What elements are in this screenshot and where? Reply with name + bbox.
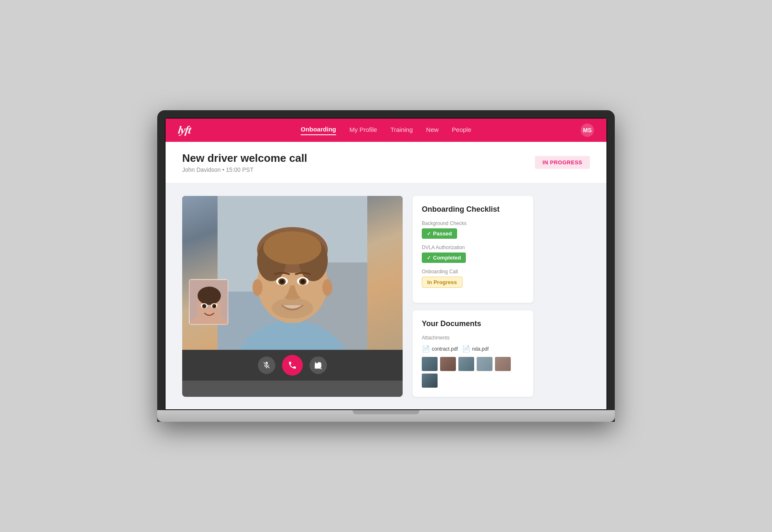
thumbnail-5[interactable] <box>495 357 511 371</box>
nda-filename: nda.pdf <box>472 346 489 352</box>
svg-point-17 <box>272 298 313 319</box>
svg-point-27 <box>212 304 216 308</box>
check-icon-completed: ✓ <box>427 255 431 261</box>
svg-point-10 <box>263 231 322 265</box>
svg-point-19 <box>322 279 332 296</box>
file-icon-contract: 📄 <box>422 345 430 353</box>
page-title: New driver welcome call <box>182 152 307 165</box>
checklist-badge-passed: ✓ Passed <box>422 228 457 239</box>
phone-icon <box>288 361 297 370</box>
docs-files: 📄 contract.pdf 📄 nda.pdf <box>422 345 524 353</box>
checklist-label-background: Background Checks <box>422 220 524 226</box>
navbar: lyft Onboarding My Profile Training New … <box>166 119 606 142</box>
documents-card: Your Documents Attachments 📄 contract.pd… <box>413 310 533 397</box>
video-main <box>182 196 403 350</box>
thumbnail-4[interactable] <box>477 357 492 371</box>
lyft-logo: lyft <box>178 124 191 136</box>
mute-button[interactable] <box>258 356 275 374</box>
video-container <box>182 196 403 397</box>
checklist-item-call: Onboarding Call In Progress <box>422 269 524 288</box>
svg-point-16 <box>301 280 305 284</box>
video-person-svg <box>218 196 367 350</box>
thumbnail-1[interactable] <box>422 357 438 371</box>
documents-title: Your Documents <box>422 319 524 328</box>
svg-point-18 <box>252 279 262 296</box>
video-pip <box>189 279 228 325</box>
check-icon-passed: ✓ <box>427 231 431 237</box>
thumbnail-2[interactable] <box>440 357 456 371</box>
attachments-label: Attachments <box>422 335 524 341</box>
video-controls-bar <box>182 350 403 381</box>
checklist-title: Onboarding Checklist <box>422 205 524 214</box>
doc-file-contract[interactable]: 📄 contract.pdf <box>422 345 458 353</box>
checklist-badge-completed: ✓ Completed <box>422 252 466 263</box>
svg-point-23 <box>198 287 221 305</box>
checklist-item-background: Background Checks ✓ Passed <box>422 220 524 239</box>
contract-filename: contract.pdf <box>432 346 458 352</box>
checklist-item-dvla: DVLA Authorization ✓ Completed <box>422 245 524 263</box>
checklist-badge-inprogress: In Progress <box>422 277 463 288</box>
camera-off-button[interactable] <box>309 356 327 374</box>
nav-links: Onboarding My Profile Training New Peopl… <box>301 126 471 135</box>
main-content: Onboarding Checklist Background Checks ✓… <box>166 183 606 409</box>
checklist-card: Onboarding Checklist Background Checks ✓… <box>413 196 533 303</box>
checklist-label-call: Onboarding Call <box>422 269 524 275</box>
thumbnail-3[interactable] <box>458 357 474 371</box>
nav-link-training[interactable]: Training <box>391 126 413 135</box>
pip-person-svg <box>190 280 228 325</box>
page-header: New driver welcome call John Davidson • … <box>166 142 606 183</box>
page-subtitle: John Davidson • 15:00 PST <box>182 166 307 173</box>
nav-link-new[interactable]: New <box>426 126 438 135</box>
svg-point-15 <box>280 280 284 284</box>
right-panel: Onboarding Checklist Background Checks ✓… <box>413 196 533 397</box>
user-avatar[interactable]: MS <box>581 124 594 137</box>
status-badge: IN PROGRESS <box>535 156 590 169</box>
thumbnail-6[interactable] <box>422 374 438 388</box>
file-icon-nda: 📄 <box>462 345 470 353</box>
doc-file-nda[interactable]: 📄 nda.pdf <box>462 345 489 353</box>
nav-link-myprofile[interactable]: My Profile <box>349 126 377 135</box>
end-call-button[interactable] <box>282 355 303 376</box>
mic-mute-icon <box>262 361 271 369</box>
nav-link-onboarding[interactable]: Onboarding <box>301 126 336 135</box>
svg-point-26 <box>202 304 206 308</box>
nav-link-people[interactable]: People <box>452 126 471 135</box>
doc-thumbnails <box>422 357 524 388</box>
laptop-base <box>157 410 615 422</box>
title-block: New driver welcome call John Davidson • … <box>182 152 307 173</box>
videocam-off-icon <box>314 361 322 369</box>
checklist-label-dvla: DVLA Authorization <box>422 245 524 250</box>
